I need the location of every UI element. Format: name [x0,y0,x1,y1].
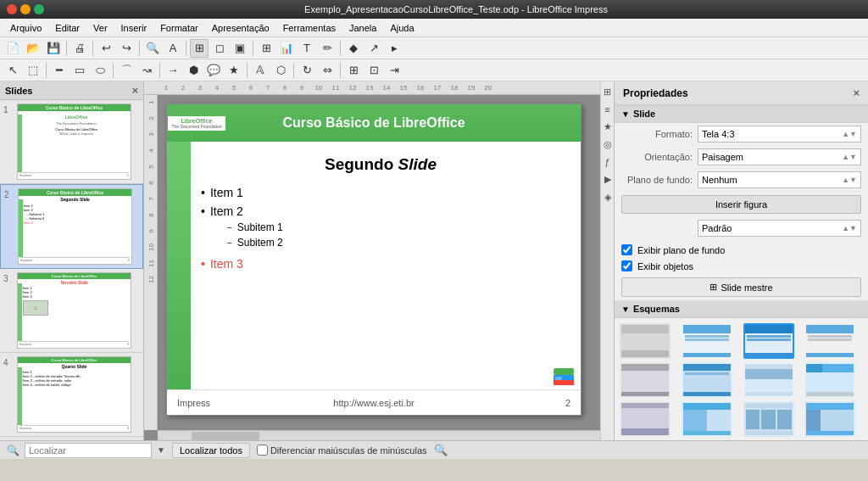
esquema-10[interactable] [682,401,732,437]
menu-inserir[interactable]: Inserir [114,21,154,35]
orientation-dropdown[interactable]: Paisagem ▲▼ [698,148,861,165]
tab-order-button[interactable]: ⇥ [385,61,403,80]
style-dropdown[interactable]: Padrão ▲▼ [698,220,861,237]
menu-ajuda[interactable]: Ajuda [383,21,420,35]
show-background-label[interactable]: Exibir plano de fundo [637,245,725,255]
slide-body[interactable]: Segundo Slide • Item 1 • Item 2 [167,142,581,289]
menu-editar[interactable]: Editar [48,21,86,35]
esquema-11[interactable] [743,401,794,437]
sp4-header: Curso Básico de LibreOffice [18,357,131,363]
menu-apresentacao[interactable]: Apresentação [205,21,276,35]
save-button[interactable]: 💾 [44,39,63,58]
open-button[interactable]: 📂 [24,39,42,58]
curve-button[interactable]: ⌒ [117,61,136,80]
match-case-label[interactable]: Diferenciar maiúsculas de minúsculas [270,445,427,456]
canvas-area[interactable]: 1 2 3 4 5 6 7 8 9 10 11 12 13 14 15 16 1… [144,81,600,440]
more-button[interactable]: ▸ [385,39,403,58]
esquema-5[interactable] [620,362,670,398]
lines-button[interactable]: ↗ [364,39,383,58]
menu-formatar[interactable]: Formatar [153,21,205,35]
flowchart-button[interactable]: ⬢ [184,61,203,80]
draw-button[interactable]: ✏ [318,39,337,58]
close-button[interactable] [7,4,17,14]
print-button[interactable]: 🖨 [70,39,89,58]
view-btn3[interactable]: ▣ [231,39,249,58]
show-objects-checkbox[interactable] [621,260,632,271]
slide-thumb-1[interactable]: 1 Curso Básico de LibreOffice LibreOffic… [0,100,143,184]
format-dropdown[interactable]: Tela 4:3 ▲▼ [698,126,861,143]
transitions-icon[interactable]: ◈ [604,192,611,203]
view-normal-button[interactable]: ⊞ [190,39,209,58]
fontwork-button[interactable]: 𝔸 [251,61,270,80]
esquema-8[interactable] [804,362,855,398]
slides-panel-close-button[interactable]: × [131,84,138,97]
rotate-button[interactable]: ↻ [298,61,316,80]
view-btn2[interactable]: ◻ [210,39,229,58]
slide-num-2: 2 [4,190,14,199]
flip-button[interactable]: ⇔ [318,61,337,80]
slide-thumb-4[interactable]: 4 Curso Básico de LibreOffice Quarto Sli… [0,353,143,437]
window-controls[interactable] [7,4,44,14]
insert-figure-button[interactable]: Inserir figura [621,195,861,214]
maximize-button[interactable] [34,4,44,14]
slide-thumb-3[interactable]: 3 Curso Básico de LibreOffice Terceiro S… [0,269,143,353]
redo-button[interactable]: ↪ [117,39,136,58]
esquema-3[interactable] [743,323,794,359]
group-button[interactable]: ⊡ [364,61,383,80]
show-background-checkbox[interactable] [621,244,632,255]
slide-section-toggle[interactable]: ▼ [621,109,630,119]
line-button[interactable]: ━ [50,61,69,80]
esquema-1[interactable] [620,323,670,359]
find-input[interactable] [25,443,152,458]
gallery-icon[interactable]: ★ [604,121,612,132]
slide-mestre-button[interactable]: ⊞ Slide mestre [621,277,861,297]
slide-canvas[interactable]: LibreOffice The Document Foundation Curs… [166,103,581,416]
select-button[interactable]: ↖ [3,61,22,80]
arrow-button[interactable]: → [164,61,182,80]
slide-thumb-5[interactable]: 5 Curso Básico de LibreOffice Impress 5 [0,437,143,440]
esquema-12[interactable] [804,401,855,437]
esquema-9[interactable] [620,401,670,437]
star-button[interactable]: ★ [225,61,243,80]
align-button[interactable]: ⊞ [344,61,363,80]
ellipse-button[interactable]: ⬭ [91,61,109,80]
esquemas-section-toggle[interactable]: ▼ [621,305,630,314]
search-icon-button[interactable]: 🔍 [434,444,448,456]
callout-button[interactable]: 💬 [204,61,223,80]
slide-thumb-2[interactable]: 2 Curso Básico de LibreOffice Segundo Sl… [0,184,143,269]
find-dropdown-button[interactable]: ▼ [157,445,165,455]
find-button[interactable]: 🔍 [143,39,162,58]
h-scrollbar-thumb[interactable] [192,432,259,440]
match-case-checkbox[interactable] [257,445,268,456]
esquema-2[interactable] [682,323,732,359]
navigator-icon[interactable]: ◎ [604,139,612,150]
rect-button[interactable]: ▭ [70,61,89,80]
find-all-button[interactable]: Localizar todos [172,443,250,458]
connector-button[interactable]: ↝ [137,61,156,80]
functions-icon[interactable]: ƒ [604,157,609,167]
insert-textbox-button[interactable]: T [298,39,316,58]
minimize-button[interactable] [20,4,31,14]
insert-table-button[interactable]: ⊞ [257,39,275,58]
text-button[interactable]: A [164,39,182,58]
undo-button[interactable]: ↩ [97,39,115,58]
esquema-6[interactable] [682,362,732,398]
shapes-button[interactable]: ◆ [344,39,363,58]
esquema-4[interactable] [804,323,855,359]
menu-janela[interactable]: Janela [342,21,383,35]
menu-ver[interactable]: Ver [86,21,114,35]
styles-icon[interactable]: ≡ [604,104,609,115]
animation-icon[interactable]: ▶ [604,174,611,185]
menu-ferramentas[interactable]: Ferramentas [276,21,342,35]
esquema-7[interactable] [743,362,794,398]
props-panel-close-button[interactable]: × [853,87,860,99]
3d-button[interactable]: ⬡ [271,61,290,80]
menu-arquivo[interactable]: Arquivo [3,21,48,35]
h-scrollbar[interactable] [158,430,600,440]
show-objects-label[interactable]: Exibir objetos [637,261,693,271]
select2-button[interactable]: ⬚ [24,61,42,80]
properties-icon[interactable]: ⊞ [604,87,611,98]
insert-chart-button[interactable]: 📊 [277,39,296,58]
new-button[interactable]: 📄 [3,39,22,58]
background-dropdown[interactable]: Nenhum ▲▼ [698,171,861,188]
